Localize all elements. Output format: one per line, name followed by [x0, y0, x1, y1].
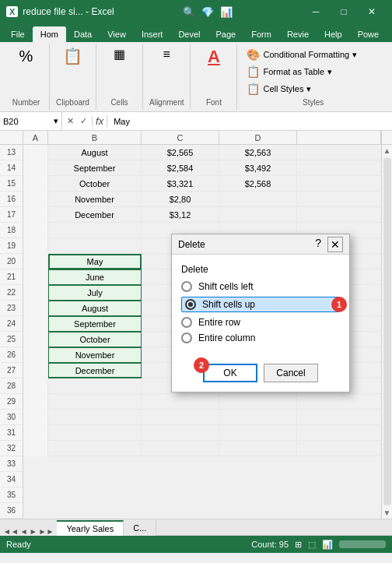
cell-c31[interactable]	[142, 425, 219, 441]
cell-b22[interactable]: July	[48, 285, 142, 301]
tab-form[interactable]: Form	[243, 26, 279, 42]
row-num-26[interactable]: 26	[0, 347, 23, 363]
row-num-30[interactable]: 30	[0, 410, 23, 425]
gem-icon[interactable]: 💎	[201, 6, 214, 18]
cell-b31[interactable]	[48, 425, 142, 441]
minimize-button[interactable]: ─	[302, 0, 330, 23]
cells-button[interactable]: ▦	[104, 47, 135, 62]
row-num-22[interactable]: 22	[0, 285, 23, 301]
cancel-button[interactable]: Cancel	[264, 364, 318, 382]
cell-c14[interactable]: $2,584	[142, 160, 219, 176]
cell-b20[interactable]: May	[48, 254, 142, 269]
conditional-formatting-button[interactable]: 🎨 Conditional Formatting ▾	[243, 47, 383, 62]
clipboard-button[interactable]: 📋	[58, 47, 89, 65]
row-num-16[interactable]: 16	[0, 192, 23, 207]
cell-b26[interactable]: November	[48, 347, 142, 363]
row-num-13[interactable]: 13	[0, 145, 23, 160]
cancel-formula-button[interactable]: ✕	[65, 116, 75, 126]
cell-b17[interactable]: December	[48, 207, 142, 223]
row-num-31[interactable]: 31	[0, 425, 23, 441]
cell-b21[interactable]: June	[48, 269, 142, 285]
search-title-icon[interactable]: 🔍	[183, 6, 195, 18]
cell-a20[interactable]	[23, 254, 48, 269]
col-header-b[interactable]: B	[48, 131, 142, 144]
cell-a23[interactable]	[23, 301, 48, 316]
cell-d17[interactable]	[219, 207, 297, 223]
col-header-d[interactable]: D	[219, 131, 297, 144]
radio-shift-left[interactable]	[181, 281, 192, 292]
confirm-formula-button[interactable]: ✓	[79, 116, 89, 126]
row-num-36[interactable]: 36	[0, 503, 23, 519]
vertical-scrollbar[interactable]: ▲ ▼	[381, 145, 392, 519]
tab-page[interactable]: Page	[208, 26, 244, 42]
cell-d32[interactable]	[219, 441, 297, 456]
tab-devel[interactable]: Devel	[170, 26, 208, 42]
name-box[interactable]: B20 ▾	[0, 112, 62, 130]
cell-a15[interactable]	[23, 176, 48, 192]
tab-file[interactable]: File	[3, 26, 33, 42]
cell-b32[interactable]	[48, 441, 142, 456]
cell-d15[interactable]: $2,568	[219, 176, 297, 192]
cell-d16[interactable]	[219, 192, 297, 207]
tab-data[interactable]: Data	[66, 26, 100, 42]
cell-b27[interactable]: December	[48, 363, 142, 378]
tab-help[interactable]: Help	[317, 26, 350, 42]
row-num-20[interactable]: 20	[0, 254, 23, 269]
row-num-21[interactable]: 21	[0, 269, 23, 285]
close-button[interactable]: ✕	[358, 0, 386, 23]
row-num-29[interactable]: 29	[0, 394, 23, 410]
zoom-slider[interactable]	[339, 540, 386, 548]
tab-view[interactable]: View	[100, 26, 134, 42]
radio-option-entire-row[interactable]: Entire row	[181, 317, 340, 328]
cell-a27[interactable]	[23, 363, 48, 378]
cell-d13[interactable]: $2,563	[219, 145, 297, 160]
cell-a13[interactable]	[23, 145, 48, 160]
radio-entire-row[interactable]	[181, 317, 192, 328]
font-button[interactable]: A	[198, 47, 229, 67]
delete-dialog[interactable]: Delete ? ✕ Delete Shift cells left Shift…	[171, 234, 350, 392]
cell-a16[interactable]	[23, 192, 48, 207]
tab-insert[interactable]: Insert	[134, 26, 171, 42]
tab-review[interactable]: Revie	[279, 26, 317, 42]
col-header-a[interactable]: A	[23, 131, 48, 144]
cell-b29[interactable]	[48, 394, 142, 410]
number-button[interactable]: %	[11, 47, 42, 65]
cell-c32[interactable]	[142, 441, 219, 456]
cell-b19[interactable]	[48, 238, 142, 254]
cell-a24[interactable]	[23, 316, 48, 332]
normal-view-icon[interactable]: ⊞	[295, 540, 302, 550]
window-controls[interactable]: ─ □ ✕	[302, 0, 386, 23]
sheet-last-arrow[interactable]: ►►	[39, 527, 54, 536]
cell-b28[interactable]	[48, 378, 142, 394]
cell-b15[interactable]: October	[48, 176, 142, 192]
cell-d14[interactable]: $3,492	[219, 160, 297, 176]
cell-styles-button[interactable]: 📋 Cell Styles ▾	[243, 81, 383, 97]
cell-a31[interactable]	[23, 425, 48, 441]
scroll-up-arrow[interactable]: ▲	[382, 145, 392, 157]
page-break-icon[interactable]: 📊	[322, 540, 333, 550]
cell-b24[interactable]: September	[48, 316, 142, 332]
maximize-button[interactable]: □	[330, 0, 358, 23]
row-num-14[interactable]: 14	[0, 160, 23, 176]
col-header-c[interactable]: C	[142, 131, 219, 144]
cell-a29[interactable]	[23, 394, 48, 410]
cell-b25[interactable]: October	[48, 332, 142, 347]
sheet-tab-yearly-sales[interactable]: Yearly Sales	[57, 520, 124, 536]
chart-icon[interactable]: 📊	[220, 6, 233, 18]
row-num-24[interactable]: 24	[0, 316, 23, 332]
cell-a17[interactable]	[23, 207, 48, 223]
row-num-34[interactable]: 34	[0, 472, 23, 487]
cell-b14[interactable]: September	[48, 160, 142, 176]
radio-option-entire-column[interactable]: Entire column	[181, 333, 340, 343]
cell-b16[interactable]: November	[48, 192, 142, 207]
sheet-first-arrow[interactable]: ◄◄	[3, 527, 19, 536]
cell-a32[interactable]	[23, 441, 48, 456]
row-num-33[interactable]: 33	[0, 456, 23, 472]
cell-b30[interactable]	[48, 410, 142, 425]
formula-input[interactable]: May	[107, 117, 392, 126]
cell-a21[interactable]	[23, 269, 48, 285]
cell-d31[interactable]	[219, 425, 297, 441]
cell-c30[interactable]	[142, 410, 219, 425]
cell-d30[interactable]	[219, 410, 297, 425]
cell-c17[interactable]: $3,12	[142, 207, 219, 223]
